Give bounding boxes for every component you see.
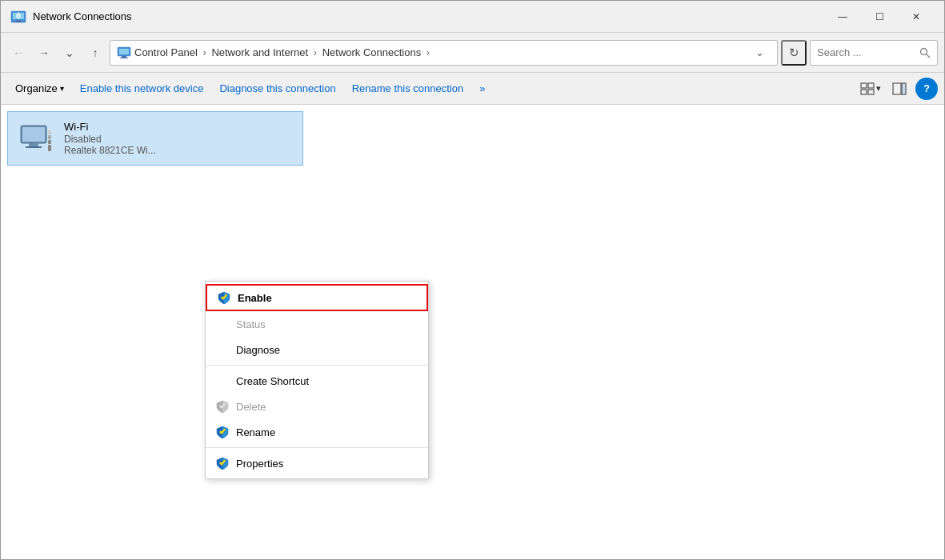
view-dropdown-arrow: ▾ <box>876 83 881 94</box>
rename-shield-icon <box>215 425 230 439</box>
diagnose-connection-button[interactable]: Diagnose this connection <box>211 76 343 102</box>
recent-button[interactable]: ⌄ <box>58 42 81 64</box>
svg-rect-15 <box>868 90 874 94</box>
content-area: Wi-Fi Disabled Realtek 8821CE Wi... Enab… <box>1 105 944 559</box>
svg-line-11 <box>927 54 931 58</box>
addressbar: ← → ⌄ ↑ Control Panel › Network and Inte… <box>1 33 944 73</box>
address-dropdown-button[interactable]: ⌄ <box>748 42 771 64</box>
context-menu-status: Status <box>206 311 428 337</box>
svg-rect-9 <box>120 58 128 58</box>
svg-rect-20 <box>29 143 38 146</box>
svg-rect-22 <box>48 145 51 151</box>
pane-icon <box>892 82 907 95</box>
back-button[interactable]: ← <box>7 42 30 64</box>
wifi-info: Wi-Fi Disabled Realtek 8821CE Wi... <box>64 121 156 156</box>
titlebar-icon <box>10 9 26 25</box>
context-menu-delete: Delete <box>206 394 428 419</box>
forward-button[interactable]: → <box>33 42 55 64</box>
titlebar: Network Connections — ☐ ✕ <box>1 1 944 33</box>
delete-shield-icon <box>215 399 230 414</box>
toolbar-right: ▾ ? <box>858 78 938 100</box>
create-shortcut-label: Create Shortcut <box>236 375 309 387</box>
search-input[interactable] <box>817 46 916 58</box>
up-button[interactable]: ↑ <box>84 42 106 64</box>
address-path: Control Panel › Network and Internet › N… <box>134 46 745 58</box>
wifi-name: Wi-Fi <box>64 121 156 133</box>
rename-label: Rename <box>236 426 275 438</box>
svg-rect-19 <box>22 127 45 142</box>
enable-label: Enable <box>238 292 272 304</box>
window-title: Network Connections <box>33 10 824 22</box>
svg-rect-21 <box>26 146 42 148</box>
maximize-button[interactable]: ☐ <box>861 5 898 29</box>
address-box[interactable]: Control Panel › Network and Internet › N… <box>110 40 778 66</box>
delete-label: Delete <box>236 401 266 413</box>
main-window: Network Connections — ☐ ✕ ← → ⌄ ↑ Contro… <box>0 0 945 560</box>
context-menu-separator-1 <box>206 365 428 366</box>
close-button[interactable]: ✕ <box>898 5 935 29</box>
enable-shield-icon <box>217 290 231 305</box>
more-options-button[interactable]: » <box>471 76 493 102</box>
wifi-network-icon <box>18 119 56 158</box>
svg-rect-17 <box>902 83 906 94</box>
organize-button[interactable]: Organize ▾ <box>7 76 72 102</box>
rename-connection-button[interactable]: Rename this connection <box>344 76 471 102</box>
svg-rect-16 <box>893 83 901 94</box>
help-button[interactable]: ? <box>915 78 938 100</box>
svg-rect-8 <box>122 56 126 58</box>
context-menu: Enable Status Diagnose Create Shortcut <box>205 281 429 479</box>
diagnose-label: Diagnose <box>236 344 280 356</box>
toolbar: Organize ▾ Enable this network device Di… <box>1 73 944 105</box>
wifi-adapter: Realtek 8821CE Wi... <box>64 145 156 156</box>
context-menu-create-shortcut[interactable]: Create Shortcut <box>206 368 428 394</box>
address-network-icon <box>117 46 131 60</box>
enable-network-device-button[interactable]: Enable this network device <box>72 76 212 102</box>
minimize-button[interactable]: — <box>824 5 861 29</box>
svg-point-10 <box>921 48 927 54</box>
context-menu-rename[interactable]: Rename <box>206 419 428 445</box>
context-menu-diagnose[interactable]: Diagnose <box>206 337 428 362</box>
window-controls: — ☐ ✕ <box>824 5 935 29</box>
preview-pane-button[interactable] <box>887 78 912 100</box>
wifi-status: Disabled <box>64 134 156 145</box>
svg-rect-23 <box>48 140 51 144</box>
svg-rect-14 <box>861 90 867 94</box>
view-icon <box>860 82 875 95</box>
properties-shield-icon <box>215 456 230 470</box>
status-label: Status <box>236 318 266 330</box>
context-menu-enable[interactable]: Enable <box>206 284 428 311</box>
svg-rect-12 <box>861 83 867 88</box>
refresh-button[interactable]: ↻ <box>781 40 807 66</box>
svg-rect-25 <box>48 130 51 134</box>
svg-rect-13 <box>868 83 874 88</box>
context-menu-properties[interactable]: Properties <box>206 450 428 476</box>
properties-label: Properties <box>236 458 283 470</box>
view-options-button[interactable]: ▾ <box>858 78 883 100</box>
wifi-connection-item[interactable]: Wi-Fi Disabled Realtek 8821CE Wi... <box>7 111 303 166</box>
search-icon <box>919 47 931 58</box>
svg-rect-24 <box>48 135 51 139</box>
search-box[interactable] <box>810 40 938 66</box>
context-menu-separator-2 <box>206 447 428 448</box>
svg-rect-3 <box>14 22 22 22</box>
svg-rect-7 <box>119 49 129 54</box>
svg-rect-2 <box>16 20 21 22</box>
wifi-icon-container <box>18 119 56 158</box>
